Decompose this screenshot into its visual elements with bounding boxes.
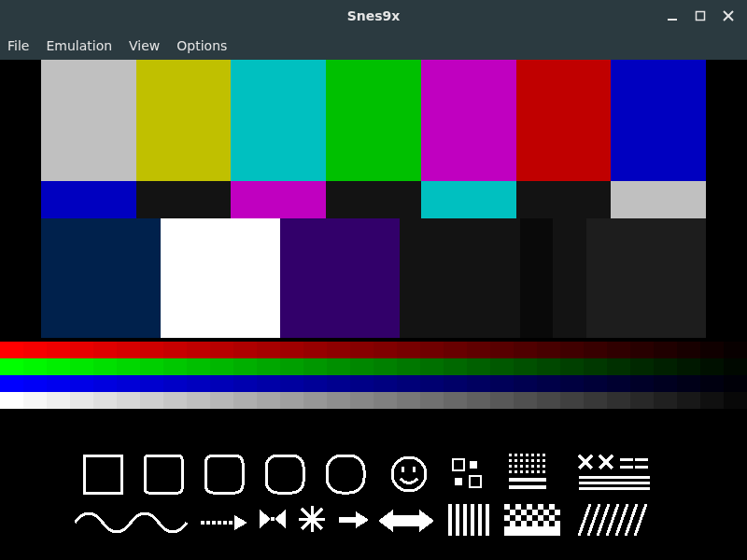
svg-rect-60 [218, 521, 221, 525]
svg-rect-43 [543, 470, 545, 473]
svg-rect-71 [309, 516, 315, 522]
svg-rect-31 [514, 465, 517, 468]
svg-rect-12 [453, 459, 464, 470]
svg-marker-65 [275, 510, 286, 528]
svg-rect-89 [532, 510, 538, 515]
close-button[interactable] [721, 8, 736, 23]
svg-rect-29 [543, 459, 545, 462]
svg-rect-6 [205, 455, 243, 493]
svg-rect-96 [549, 515, 555, 521]
svg-rect-62 [229, 521, 233, 525]
svg-rect-39 [520, 470, 523, 473]
gradient-row [0, 392, 747, 409]
svg-rect-37 [509, 470, 512, 473]
color-bar [516, 60, 612, 181]
svg-rect-30 [509, 465, 512, 468]
maximize-button[interactable] [693, 8, 708, 23]
gradient-row [0, 358, 747, 375]
svg-rect-8 [327, 455, 364, 493]
color-bar [136, 60, 232, 181]
color-bar [553, 218, 586, 338]
svg-rect-24 [514, 459, 517, 462]
svg-rect-10 [402, 467, 404, 472]
svg-rect-97 [510, 521, 515, 526]
svg-rect-36 [543, 465, 545, 468]
svg-marker-64 [260, 510, 271, 528]
svg-rect-57 [201, 521, 204, 525]
svg-rect-16 [509, 454, 512, 456]
svg-rect-1 [697, 12, 705, 21]
pattern-glyphs-svg [75, 450, 710, 543]
svg-rect-102 [504, 526, 560, 536]
svg-rect-27 [531, 459, 534, 462]
svg-rect-38 [514, 470, 517, 473]
pattern-glyphs [75, 450, 710, 543]
svg-rect-79 [478, 504, 482, 536]
svg-rect-25 [520, 459, 523, 462]
svg-rect-59 [212, 521, 216, 525]
menu-bar: File Emulation View Options [0, 32, 747, 60]
svg-line-104 [588, 504, 599, 536]
color-bars-row2 [0, 181, 747, 218]
svg-rect-55 [579, 482, 650, 484]
svg-rect-98 [521, 521, 527, 526]
svg-rect-44 [509, 478, 546, 482]
svg-rect-26 [526, 459, 529, 462]
svg-marker-63 [234, 515, 247, 530]
svg-rect-21 [537, 454, 540, 456]
svg-line-109 [635, 504, 646, 536]
svg-rect-33 [526, 465, 529, 468]
menu-file[interactable]: File [7, 38, 29, 53]
svg-rect-11 [413, 467, 416, 472]
svg-rect-80 [486, 504, 489, 536]
svg-rect-61 [223, 521, 227, 525]
svg-rect-5 [145, 455, 182, 493]
emulator-viewport[interactable] [0, 60, 747, 560]
svg-rect-75 [448, 504, 452, 536]
svg-rect-100 [543, 521, 549, 526]
color-bar [231, 60, 326, 181]
color-bar [516, 181, 612, 218]
svg-rect-93 [515, 515, 521, 521]
menu-view[interactable]: View [129, 38, 160, 53]
color-bar [421, 60, 516, 181]
svg-rect-58 [206, 521, 210, 525]
svg-line-105 [598, 504, 609, 536]
svg-rect-40 [526, 470, 529, 473]
svg-rect-91 [555, 510, 560, 515]
window-controls [665, 8, 747, 23]
svg-rect-78 [471, 504, 474, 536]
color-bar [611, 181, 706, 218]
svg-rect-90 [543, 510, 549, 515]
svg-rect-72 [339, 517, 356, 523]
svg-rect-42 [537, 470, 540, 473]
menu-options[interactable]: Options [176, 38, 227, 53]
svg-rect-7 [266, 455, 303, 493]
svg-rect-77 [463, 504, 467, 536]
svg-rect-94 [527, 515, 532, 521]
color-bar [41, 60, 136, 181]
minimize-button[interactable] [665, 8, 680, 23]
svg-rect-17 [514, 454, 517, 456]
menu-emulation[interactable]: Emulation [46, 38, 112, 53]
svg-rect-35 [537, 465, 540, 468]
svg-rect-34 [531, 465, 534, 468]
svg-rect-87 [510, 510, 515, 515]
color-bar [421, 181, 516, 218]
color-bar [280, 218, 400, 338]
gradient-row [0, 342, 747, 358]
window-title: Snes9x [0, 8, 747, 23]
svg-rect-28 [537, 459, 540, 462]
gradient-ramps [0, 342, 747, 409]
color-bar [41, 181, 136, 218]
gradient-row [0, 375, 747, 392]
svg-line-108 [626, 504, 637, 536]
svg-rect-101 [555, 521, 560, 526]
color-bar [586, 218, 706, 338]
svg-rect-45 [509, 485, 546, 489]
svg-rect-15 [470, 476, 481, 487]
title-bar: Snes9x [0, 0, 747, 32]
svg-rect-23 [509, 459, 512, 462]
svg-rect-54 [579, 476, 650, 479]
color-bar [136, 181, 232, 218]
